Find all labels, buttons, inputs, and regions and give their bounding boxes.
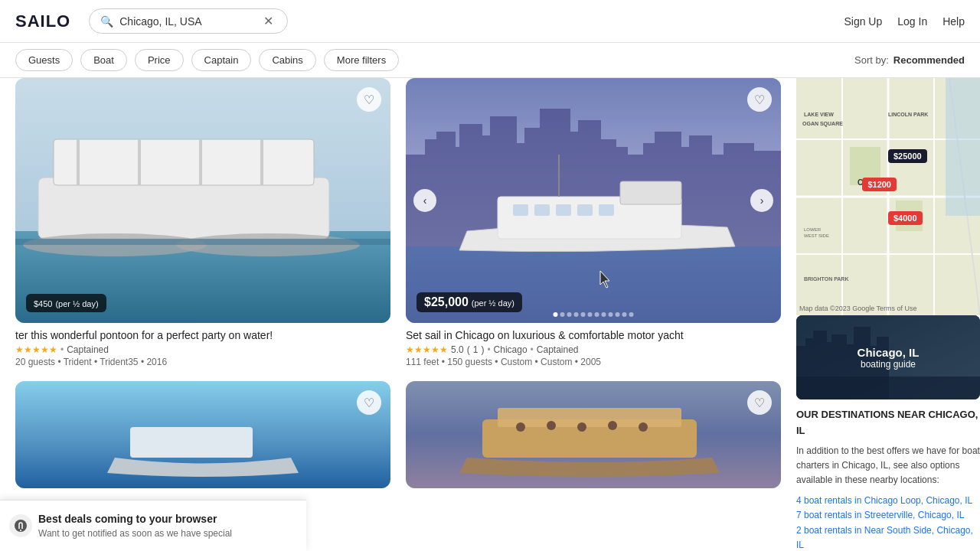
card-title-1: ter this wonderful pontoon for a perfect… bbox=[15, 329, 390, 341]
svg-point-50 bbox=[577, 422, 586, 432]
clear-search-icon[interactable]: ✕ bbox=[263, 14, 273, 28]
svg-rect-2 bbox=[38, 178, 329, 239]
svg-text:BRIGHTON PARK: BRIGHTON PARK bbox=[804, 276, 848, 282]
svg-rect-10 bbox=[15, 239, 390, 245]
map-pin-1200[interactable]: $1200 bbox=[862, 178, 897, 191]
svg-point-48 bbox=[516, 422, 525, 432]
svg-rect-3 bbox=[54, 139, 314, 185]
listing-card-1[interactable]: $450 (per ½ day) ♡ ter this wonderful po… bbox=[15, 78, 390, 367]
help-link[interactable]: Help bbox=[942, 15, 965, 28]
listings: $450 (per ½ day) ♡ ter this wonderful po… bbox=[0, 78, 796, 551]
guide-title: Chicago, IL bbox=[858, 346, 920, 359]
favorite-btn-1[interactable]: ♡ bbox=[357, 87, 381, 112]
login-link[interactable]: Log In bbox=[897, 15, 927, 28]
map-panel: LAKE VIEW LINCOLN PARK OGAN SQUARE Chica… bbox=[796, 78, 980, 551]
signup-link[interactable]: Sign Up bbox=[844, 15, 882, 28]
dest-link-1[interactable]: 4 boat rentals in Chicago Loop, Chicago,… bbox=[796, 494, 980, 508]
map-attribution: Map data ©2023 Google Terms of Use bbox=[799, 305, 917, 312]
svg-rect-63 bbox=[946, 78, 980, 216]
rating-icon-1: ★★★★★ bbox=[15, 344, 57, 355]
image-dots-2 bbox=[554, 312, 634, 317]
card-image-2: $25,000 (per ½ day) ♡ ‹ › bbox=[406, 78, 781, 323]
filter-guests[interactable]: Guests bbox=[15, 49, 73, 71]
card-details-1: 20 guests • Trident • Trident35 • 2016 bbox=[15, 357, 390, 367]
listing-card-3[interactable]: ♡ bbox=[15, 381, 390, 488]
card-info-1: ter this wonderful pontoon for a perfect… bbox=[15, 323, 390, 367]
notification-icon bbox=[9, 514, 32, 537]
filter-boat[interactable]: Boat bbox=[80, 49, 127, 71]
logo[interactable]: SAILO bbox=[15, 11, 70, 31]
search-input[interactable] bbox=[119, 15, 257, 28]
prev-image-2[interactable]: ‹ bbox=[413, 189, 436, 212]
card-info-2: Set sail in Chicago on luxurious & comfo… bbox=[406, 323, 781, 367]
card-details-2: 111 feet • 150 guests • Custom • Custom … bbox=[406, 357, 781, 367]
svg-rect-5 bbox=[138, 139, 141, 185]
price-tag-2: $25,000 (per ½ day) bbox=[416, 292, 522, 312]
main-content: $450 (per ½ day) ♡ ter this wonderful po… bbox=[0, 78, 980, 551]
svg-rect-7 bbox=[260, 139, 263, 185]
listing-card-2[interactable]: $25,000 (per ½ day) ♡ ‹ › bbox=[406, 78, 781, 367]
favorite-btn-3[interactable]: ♡ bbox=[357, 390, 381, 415]
destinations: OUR DESTINATIONS NEAR CHICAGO, IL In add… bbox=[796, 399, 980, 551]
svg-text:OGAN SQUARE: OGAN SQUARE bbox=[802, 121, 843, 127]
price-tag-1: $450 (per ½ day) bbox=[26, 294, 106, 312]
sort-value[interactable]: Recommended bbox=[893, 54, 965, 66]
map-pin-4000[interactable]: $4000 bbox=[888, 211, 923, 225]
notification-desc: Want to get notified as soon as we have … bbox=[38, 528, 294, 539]
svg-text:WEST SIDE: WEST SIDE bbox=[804, 233, 829, 238]
svg-point-52 bbox=[639, 422, 648, 432]
svg-rect-44 bbox=[130, 427, 253, 458]
notification-title: Best deals coming to your browser bbox=[38, 513, 294, 525]
dest-link-2[interactable]: 7 boat rentals in Streeterville, Chicago… bbox=[796, 508, 980, 523]
rating-icon-2: ★★★★★ bbox=[406, 344, 448, 355]
svg-text:LOWER: LOWER bbox=[804, 227, 822, 232]
svg-text:LINCOLN PARK: LINCOLN PARK bbox=[888, 112, 928, 117]
rating-value-2: 5.0 bbox=[451, 344, 464, 355]
svg-rect-41 bbox=[599, 204, 614, 216]
listing-card-4[interactable]: ♡ bbox=[406, 381, 781, 488]
svg-rect-47 bbox=[498, 408, 681, 427]
guide-overlay: Chicago, IL boating guide bbox=[796, 315, 980, 399]
card-meta-2: ★★★★★ 5.0 (1) • Chicago • Captained bbox=[406, 344, 781, 355]
next-image-2[interactable]: › bbox=[750, 189, 773, 212]
favorite-btn-2[interactable]: ♡ bbox=[747, 87, 772, 112]
destinations-intro: In addition to the best offers we have f… bbox=[796, 444, 980, 488]
filter-captain[interactable]: Captain bbox=[191, 49, 252, 71]
destinations-heading: OUR DESTINATIONS NEAR CHICAGO, IL bbox=[796, 407, 980, 439]
svg-rect-38 bbox=[534, 204, 550, 216]
filter-more[interactable]: More filters bbox=[324, 49, 399, 71]
guide-bg: Chicago, IL boating guide bbox=[796, 315, 980, 399]
filter-price[interactable]: Price bbox=[135, 49, 184, 71]
sort-label: Sort by: bbox=[854, 54, 889, 66]
header-nav: Sign Up Log In Help bbox=[844, 15, 965, 28]
svg-point-49 bbox=[547, 421, 556, 430]
card-meta-1: ★★★★★ • Captained bbox=[15, 344, 390, 355]
svg-rect-39 bbox=[556, 204, 571, 216]
svg-text:LAKE VIEW: LAKE VIEW bbox=[804, 112, 834, 117]
svg-point-83 bbox=[20, 530, 21, 531]
filter-bar: Guests Boat Price Captain Cabins More fi… bbox=[0, 43, 980, 78]
card-image-1: $450 (per ½ day) ♡ bbox=[15, 78, 390, 323]
favorite-btn-4[interactable]: ♡ bbox=[747, 390, 772, 415]
header: SAILO 🔍 ✕ Sign Up Log In Help bbox=[0, 0, 980, 43]
sort-area: Sort by: Recommended bbox=[854, 54, 965, 66]
svg-rect-37 bbox=[513, 204, 528, 216]
notification-popup: Best deals coming to your browser Want t… bbox=[0, 500, 306, 551]
svg-rect-4 bbox=[77, 139, 80, 185]
svg-rect-36 bbox=[620, 181, 681, 204]
card-image-3: ♡ bbox=[15, 381, 390, 488]
dest-link-3[interactable]: 2 boat rentals in Near South Side, Chica… bbox=[796, 523, 980, 551]
chicago-guide[interactable]: Chicago, IL boating guide bbox=[796, 315, 980, 399]
search-icon: 🔍 bbox=[100, 15, 113, 28]
map-pin-25000[interactable]: $25000 bbox=[888, 149, 927, 163]
card-image-4: ♡ bbox=[406, 381, 781, 488]
svg-rect-40 bbox=[577, 204, 593, 216]
map-bg[interactable]: LAKE VIEW LINCOLN PARK OGAN SQUARE Chica… bbox=[796, 78, 980, 315]
card-title-2: Set sail in Chicago on luxurious & comfo… bbox=[406, 329, 781, 341]
filter-cabins[interactable]: Cabins bbox=[259, 49, 315, 71]
listings-grid: $450 (per ½ day) ♡ ter this wonderful po… bbox=[15, 78, 781, 502]
guide-subtitle: boating guide bbox=[861, 359, 916, 370]
svg-point-51 bbox=[608, 421, 617, 430]
search-bar: 🔍 ✕ bbox=[89, 8, 288, 34]
svg-rect-6 bbox=[199, 139, 202, 185]
